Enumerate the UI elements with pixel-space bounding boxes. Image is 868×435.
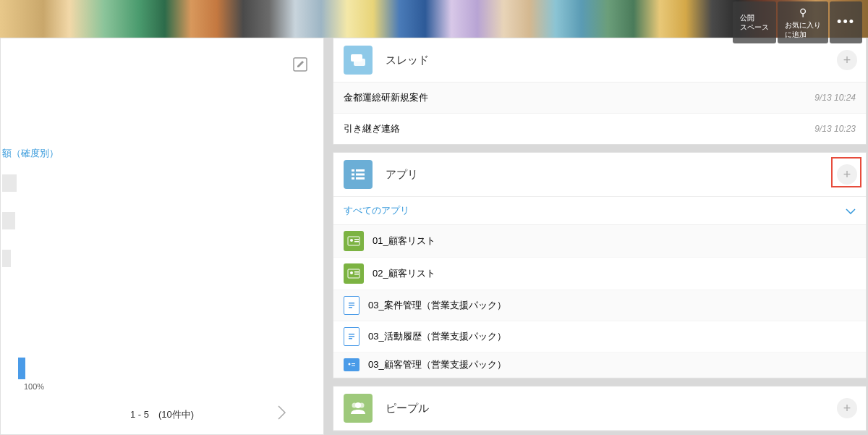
right-panel: スレッド + 金都運総研新規案件 9/13 10:24 引き継ぎ連絡 9/13 …	[333, 38, 868, 435]
svg-point-23	[349, 363, 351, 366]
svg-rect-2	[354, 59, 365, 66]
edit-button[interactable]	[292, 56, 309, 73]
people-add-button[interactable]: +	[837, 398, 857, 418]
app-item-label: 02_顧客リスト	[373, 267, 435, 280]
svg-rect-17	[349, 303, 354, 304]
app-item[interactable]: 02_顧客リスト	[333, 258, 866, 290]
people-title: ピープル	[386, 402, 429, 415]
svg-rect-15	[354, 271, 359, 273]
svg-rect-21	[349, 336, 354, 337]
thread-icon	[344, 46, 373, 75]
thread-item-time: 9/13 10:24	[814, 93, 856, 103]
svg-rect-22	[349, 338, 352, 339]
app-section: アプリ + すべてのアプリ 01_顧客リスト02_顧客リスト03_案件管理（営業…	[333, 152, 867, 379]
app-item-label: 03_顧客管理（営業支援パック）	[368, 358, 506, 371]
app-item[interactable]: 03_案件管理（営業支援パック）	[333, 290, 866, 321]
thread-item[interactable]: 金都運総研新規案件 9/13 10:24	[333, 83, 866, 114]
svg-rect-7	[352, 177, 354, 180]
app-filter[interactable]: すべてのアプリ	[333, 197, 866, 225]
svg-rect-8	[356, 177, 365, 180]
svg-rect-19	[349, 307, 352, 308]
card-icon	[344, 358, 359, 371]
app-item[interactable]: 03_顧客管理（営業支援パック）	[333, 352, 866, 378]
pagination: 1 - 5 (10件中)	[1, 408, 323, 421]
svg-point-28	[359, 403, 365, 408]
svg-point-10	[350, 239, 353, 242]
app-add-button[interactable]: +	[837, 164, 857, 185]
chart-bars	[2, 174, 75, 377]
thread-section: スレッド + 金都運総研新規案件 9/13 10:24 引き継ぎ連絡 9/13 …	[333, 38, 867, 145]
thread-title: スレッド	[386, 54, 429, 67]
svg-rect-5	[352, 174, 354, 176]
contact-card-icon	[344, 231, 364, 251]
svg-rect-4	[356, 169, 365, 172]
plus-icon: +	[843, 167, 851, 182]
svg-rect-11	[354, 239, 359, 240]
thread-header: スレッド +	[333, 38, 866, 83]
thread-item-time: 9/13 10:23	[814, 124, 856, 134]
chart-label: 額（確度別）	[2, 147, 75, 160]
next-arrow[interactable]	[277, 405, 287, 425]
chevron-down-icon	[846, 206, 856, 216]
document-icon	[344, 296, 359, 315]
svg-rect-12	[354, 241, 359, 242]
svg-rect-24	[352, 363, 355, 364]
app-icon	[344, 160, 373, 189]
thread-add-button[interactable]: +	[837, 50, 857, 70]
app-item-label: 03_案件管理（営業支援パック）	[368, 299, 506, 312]
contact-card-icon	[344, 263, 364, 284]
chevron-right-icon	[277, 405, 287, 421]
app-filter-label: すべてのアプリ	[344, 204, 409, 217]
add-favorite-button[interactable]: ⚲ お気に入りに追加	[778, 1, 828, 43]
svg-rect-6	[356, 174, 365, 176]
thread-item-label: 金都運総研新規案件	[344, 91, 428, 104]
chart-section: 額（確度別） 100%	[2, 147, 75, 377]
svg-point-14	[350, 271, 353, 274]
pin-icon: ⚲	[799, 6, 807, 19]
percent-label: 100%	[24, 382, 44, 391]
people-header: ピープル +	[333, 387, 866, 431]
public-space-button[interactable]: 公開スペース	[733, 1, 776, 43]
document-icon	[344, 327, 359, 346]
content-area: 額（確度別） 100% 1 - 5 (10件中) スレッド	[0, 38, 868, 435]
app-title: アプリ	[386, 168, 418, 182]
app-header: アプリ +	[333, 153, 866, 197]
app-item[interactable]: 01_顧客リスト	[333, 225, 866, 258]
pagination-text: 1 - 5 (10件中)	[130, 408, 194, 421]
people-section: ピープル +	[333, 386, 867, 431]
plus-icon: +	[843, 53, 851, 68]
svg-rect-18	[349, 305, 354, 306]
people-icon	[344, 394, 373, 423]
plus-icon: +	[843, 401, 851, 416]
more-button[interactable]: •••	[830, 1, 862, 43]
public-space-label: 公開スペース	[740, 13, 769, 32]
thread-item[interactable]: 引き継ぎ連絡 9/13 10:23	[333, 114, 866, 144]
header-actions: 公開スペース ⚲ お気に入りに追加 •••	[733, 1, 862, 43]
left-panel: 額（確度別） 100% 1 - 5 (10件中)	[0, 38, 324, 435]
app-item[interactable]: 03_活動履歴（営業支援パック）	[333, 321, 866, 352]
svg-rect-25	[352, 366, 355, 366]
add-favorite-label: お気に入りに追加	[785, 20, 821, 39]
header-banner: 公開スペース ⚲ お気に入りに追加 •••	[0, 0, 868, 38]
svg-rect-16	[354, 274, 359, 275]
pencil-icon	[292, 56, 309, 73]
app-item-label: 01_顧客リスト	[373, 235, 435, 248]
ellipsis-icon: •••	[837, 14, 855, 30]
app-item-label: 03_活動履歴（営業支援パック）	[368, 330, 506, 343]
svg-rect-20	[349, 334, 354, 335]
svg-rect-3	[352, 169, 354, 172]
thread-item-label: 引き継ぎ連絡	[344, 122, 400, 135]
